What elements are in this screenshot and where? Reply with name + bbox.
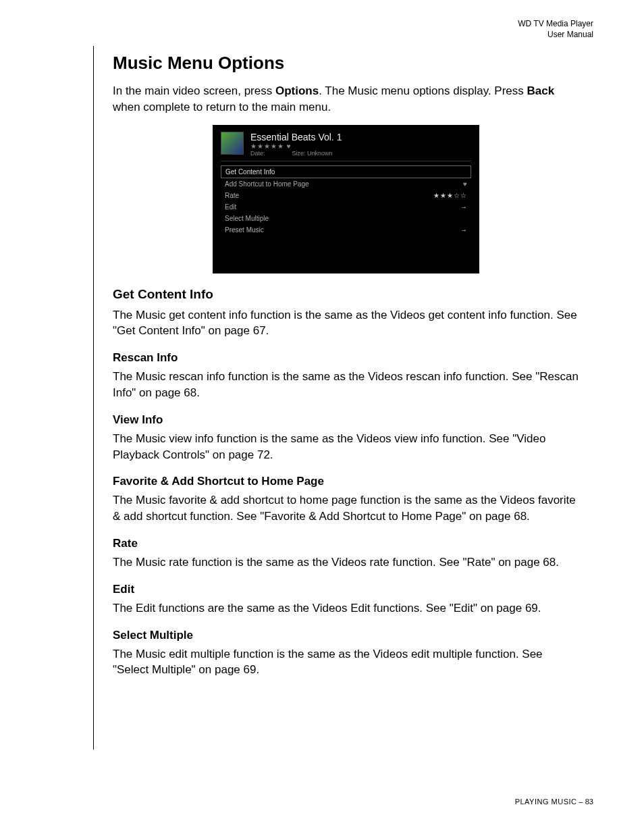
menu-row-add-shortcut: Add Shortcut to Home Page ♥ (221, 178, 471, 190)
body-view-info: The Music view info function is the same… (113, 431, 579, 463)
menu-label: Preset Music (225, 226, 264, 234)
heart-icon: ♥ (463, 180, 467, 188)
size-label: Size: Unknown (292, 150, 333, 157)
intro-text-2: . The Music menu options display. Press (319, 84, 527, 97)
footer-section: PLAYING MUSIC (515, 798, 577, 806)
device-screenshot: Essential Beats Vol. 1 ★★★★★ ♥ Date: Siz… (213, 125, 479, 273)
menu-label: Rate (225, 192, 239, 199)
footer: PLAYING MUSIC – 83 (515, 798, 593, 806)
arrow-right-icon: → (460, 226, 467, 234)
screenshot-header: Essential Beats Vol. 1 ★★★★★ ♥ Date: Siz… (221, 132, 471, 161)
intro-strong-back: Back (527, 84, 555, 97)
album-art-icon (221, 132, 244, 155)
header-stars: ★★★★★ ♥ (250, 142, 342, 150)
menu-label: Add Shortcut to Home Page (225, 180, 309, 188)
body-favorite: The Music favorite & add shortcut to hom… (113, 492, 579, 525)
footer-separator: – (577, 798, 585, 806)
header-right: WD TV Media Player User Manual (518, 19, 593, 40)
menu-row-get-content-info: Get Content Info (221, 165, 471, 178)
menu-label: Select Multiple (225, 215, 269, 222)
heading-favorite: Favorite & Add Shortcut to Home Page (113, 475, 579, 488)
album-title: Essential Beats Vol. 1 (250, 132, 342, 142)
menu-row-select-multiple: Select Multiple (221, 213, 471, 224)
menu-label: Edit (225, 203, 236, 211)
heading-rate: Rate (113, 537, 579, 550)
body-rate: The Music rate function is the same as t… (113, 554, 579, 571)
body-select-multiple: The Music edit multiple function is the … (113, 646, 579, 679)
page-title: Music Menu Options (113, 53, 579, 74)
body-get-content-info: The Music get content info function is t… (113, 307, 579, 340)
menu-row-preset-music: Preset Music → (221, 224, 471, 236)
header-doc-type: User Manual (518, 30, 593, 41)
menu-row-rate: Rate ★★★☆☆ (221, 190, 471, 201)
heading-view-info: View Info (113, 413, 579, 427)
heading-rescan-info: Rescan Info (113, 351, 579, 365)
intro-strong-options: Options (275, 84, 319, 97)
intro-paragraph: In the main video screen, press Options.… (113, 83, 579, 115)
heading-edit: Edit (113, 583, 579, 596)
body-edit: The Edit functions are the same as the V… (113, 600, 579, 617)
menu-row-edit: Edit → (221, 201, 471, 213)
date-label: Date: (250, 150, 265, 157)
menu-label: Get Content Info (225, 168, 275, 176)
header-product: WD TV Media Player (518, 19, 593, 30)
intro-text-3: when complete to return to the main menu… (113, 101, 331, 113)
arrow-right-icon: → (460, 203, 467, 211)
screenshot-header-text: Essential Beats Vol. 1 ★★★★★ ♥ Date: Siz… (250, 132, 342, 157)
intro-text-1: In the main video screen, press (113, 84, 275, 97)
body-rescan-info: The Music rescan info function is the sa… (113, 369, 579, 401)
footer-page-number: 83 (585, 798, 593, 806)
content-column: Music Menu Options In the main video scr… (93, 46, 579, 750)
heading-get-content-info: Get Content Info (113, 287, 579, 302)
heading-select-multiple: Select Multiple (113, 629, 579, 642)
header-meta: Date: Size: Unknown (250, 150, 342, 157)
rate-stars-icon: ★★★☆☆ (433, 192, 467, 199)
